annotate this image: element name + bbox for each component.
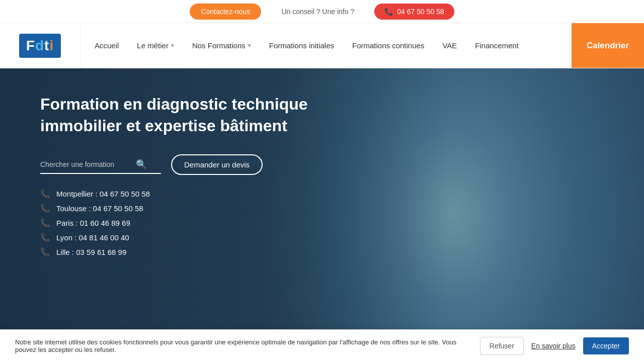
logo[interactable]: Fdti — [19, 34, 61, 58]
phone-montpellier: 📞 Montpellier : 04 67 50 50 58 — [40, 189, 604, 199]
hero-title: Formation en diagnostic technique immobi… — [40, 94, 342, 137]
phone-lyon: 📞 Lyon : 04 81 46 00 40 — [40, 233, 604, 242]
navbar: Fdti Accueil Le métier ▾ Nos Formations … — [0, 23, 644, 68]
hero-section: Formation en diagnostic technique immobi… — [0, 68, 644, 362]
hero-content: Formation en diagnostic technique immobi… — [0, 68, 644, 282]
top-bar-info: Un conseil ? Une info ? — [281, 8, 354, 16]
phone-button[interactable]: 📞 04 67 50 50 58 — [374, 4, 454, 20]
nav-links: Accueil Le métier ▾ Nos Formations ▾ For… — [80, 23, 572, 68]
nav-formations-continues[interactable]: Formations continues — [343, 23, 433, 68]
cookie-accept-button[interactable]: Accepter — [583, 337, 629, 354]
cookie-message: Notre site internet utilise des cookies … — [15, 338, 480, 353]
phone-icon: 📞 — [40, 247, 50, 257]
nav-financement[interactable]: Financement — [466, 23, 528, 68]
cookie-bar: Notre site internet utilise des cookies … — [0, 329, 644, 362]
logo-area: Fdti — [0, 23, 80, 68]
chevron-down-icon: ▾ — [248, 42, 251, 49]
contact-button[interactable]: Contactez-nous — [190, 4, 261, 20]
nav-accueil[interactable]: Accueil — [86, 23, 128, 68]
top-bar: Contactez-nous Un conseil ? Une info ? 📞… — [0, 0, 644, 23]
hero-phones: 📞 Montpellier : 04 67 50 50 58 📞 Toulous… — [40, 189, 604, 257]
nav-formations-initiales[interactable]: Formations initiales — [260, 23, 343, 68]
phone-lille: 📞 Lille : 03 59 61 68 99 — [40, 247, 604, 257]
phone-toulouse: 📞 Toulouse : 04 67 50 50 58 — [40, 204, 604, 213]
phone-icon: 📞 — [40, 204, 50, 213]
nav-calendrier[interactable]: Calendrier — [572, 23, 644, 68]
chevron-down-icon: ▾ — [171, 42, 174, 49]
phone-icon: 📞 — [40, 189, 50, 199]
nav-nos-formations[interactable]: Nos Formations ▾ — [183, 23, 260, 68]
nav-le-metier[interactable]: Le métier ▾ — [128, 23, 183, 68]
hero-search-row: 🔍 Demander un devis — [40, 154, 604, 175]
devis-button[interactable]: Demander un devis — [171, 154, 263, 175]
search-icon[interactable]: 🔍 — [136, 159, 147, 170]
phone-icon: 📞 — [40, 218, 50, 228]
nav-vae[interactable]: VAE — [433, 23, 466, 68]
search-box: 🔍 — [40, 156, 161, 174]
cookie-learn-link[interactable]: En savoir plus — [531, 342, 576, 350]
search-input[interactable] — [40, 160, 136, 168]
phone-icon: 📞 — [384, 8, 393, 16]
phone-paris: 📞 Paris : 01 60 46 89 69 — [40, 218, 604, 228]
cookie-actions: Refuser En savoir plus Accepter — [480, 337, 629, 355]
phone-icon: 📞 — [40, 233, 50, 242]
cookie-refuse-button[interactable]: Refuser — [480, 337, 524, 355]
